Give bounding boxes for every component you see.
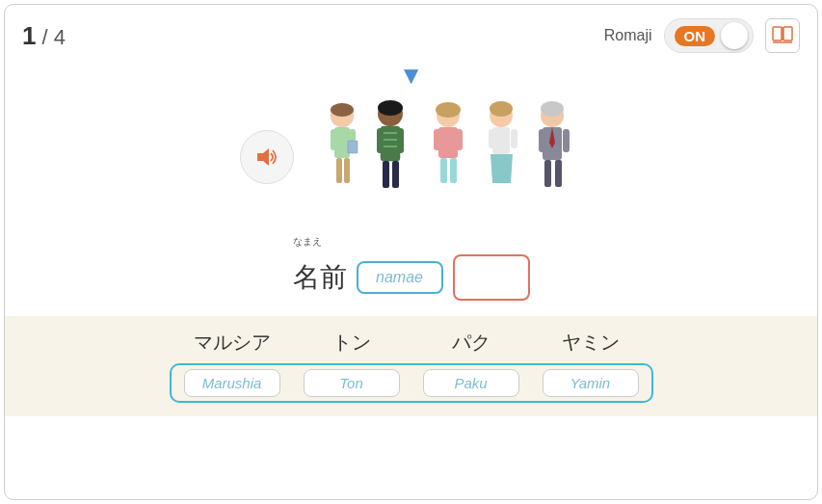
choice-marushia: マルシア (179, 330, 285, 356)
svg-rect-38 (563, 129, 570, 152)
kana-yamin: ヤミン (538, 330, 644, 356)
kana-ton: トン (299, 330, 405, 356)
svg-rect-32 (489, 129, 495, 148)
romaji-choice-yamin[interactable]: Yamin (543, 369, 639, 397)
book-icon-button[interactable] (765, 18, 800, 53)
page-current: 1 (22, 21, 36, 50)
svg-rect-10 (344, 158, 350, 183)
svg-rect-1 (783, 27, 792, 40)
choices-area: マルシア トン パク ヤミン Marushia Ton Paku (5, 316, 817, 416)
choices-kana-row: マルシア トン パク ヤミン (179, 330, 644, 356)
svg-rect-21 (392, 161, 399, 188)
svg-rect-33 (511, 129, 517, 148)
romaji-choice-yamin-item: Yamin (538, 369, 644, 397)
book-svg-icon (771, 25, 794, 46)
vocab-section: なまえ 名前 namae (293, 235, 530, 301)
choice-yamin: ヤミン (538, 330, 644, 356)
romaji-toggle[interactable]: ON (664, 18, 755, 53)
toggle-circle (721, 22, 748, 49)
ruby-text: なまえ (293, 235, 322, 249)
header-right: Romaji ON (604, 18, 800, 53)
svg-rect-26 (455, 129, 463, 150)
svg-rect-18 (377, 128, 384, 153)
svg-rect-0 (773, 27, 782, 40)
speaker-icon (253, 146, 280, 169)
blank-answer-box[interactable] (453, 254, 530, 301)
svg-rect-37 (539, 129, 545, 152)
svg-rect-25 (434, 129, 441, 150)
page-total: 4 (54, 25, 66, 49)
answer-boxes: 名前 namae (293, 254, 530, 301)
page-counter: 1 / 4 (22, 21, 66, 51)
romaji-choice-marushia-item: Marushia (179, 369, 285, 397)
svg-point-29 (436, 102, 461, 118)
romaji-answer-box[interactable]: namae (357, 261, 443, 294)
people-group (313, 94, 583, 220)
illustration-area (240, 94, 583, 220)
romaji-choice-marushia[interactable]: Marushia (184, 369, 280, 397)
svg-rect-28 (450, 158, 457, 183)
people-illustration (313, 94, 583, 220)
speaker-button[interactable] (240, 130, 294, 184)
svg-marker-4 (257, 148, 269, 166)
svg-rect-41 (555, 160, 562, 187)
svg-rect-40 (544, 160, 551, 187)
svg-point-34 (490, 101, 513, 117)
svg-point-42 (541, 101, 564, 117)
toggle-on-text: ON (675, 26, 716, 46)
choice-paku: パク (418, 330, 524, 356)
choice-ton: トン (299, 330, 405, 356)
romaji-label: Romaji (604, 27, 652, 44)
romaji-choice-paku-item: Paku (418, 369, 524, 397)
kana-marushia: マルシア (179, 330, 285, 356)
svg-rect-20 (383, 161, 389, 188)
svg-rect-9 (336, 158, 342, 183)
app-container: 1 / 4 Romaji ON ▼ (4, 4, 818, 500)
svg-rect-7 (331, 129, 337, 150)
svg-point-12 (331, 103, 354, 117)
page-separator: / (42, 25, 48, 49)
kanji-text: 名前 (293, 259, 347, 296)
romaji-choice-paku[interactable]: Paku (423, 369, 519, 397)
header: 1 / 4 Romaji ON (5, 5, 817, 61)
kana-paku: パク (418, 330, 524, 356)
arrow-down-icon: ▼ (399, 61, 424, 91)
svg-rect-19 (397, 128, 404, 153)
romaji-choice-ton[interactable]: Ton (304, 369, 400, 397)
svg-rect-11 (348, 141, 358, 153)
choices-romaji-row: Marushia Ton Paku Yamin (170, 363, 653, 403)
svg-rect-27 (440, 158, 447, 183)
svg-point-22 (378, 100, 403, 116)
romaji-choice-ton-item: Ton (299, 369, 405, 397)
main-content: ▼ (5, 61, 817, 301)
